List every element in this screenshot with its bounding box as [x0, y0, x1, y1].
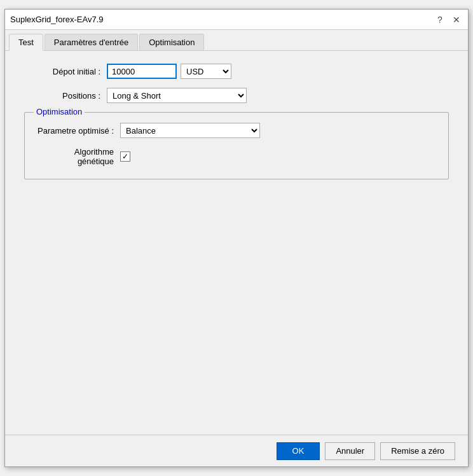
tab-test[interactable]: Test	[9, 34, 43, 51]
window-title: SuplexGrid_forex-EAv7.9	[10, 15, 103, 24]
remise-button[interactable]: Remise a zéro	[380, 442, 455, 460]
algo-row: Algorithme génétique ✓	[38, 147, 435, 166]
positions-label: Positions :	[24, 91, 107, 101]
algo-checkbox[interactable]: ✓	[120, 151, 130, 162]
help-button[interactable]: ?	[434, 13, 446, 26]
close-button[interactable]: ✕	[450, 13, 463, 26]
currency-select[interactable]: USD EUR GBP	[181, 64, 231, 79]
parametre-select[interactable]: Balance Profit Factor Expected Payoff Dr…	[120, 123, 260, 138]
annuler-button[interactable]: Annuler	[325, 442, 375, 460]
footer: OK Annuler Remise a zéro	[5, 435, 468, 466]
group-legend: Optimisation	[34, 107, 85, 116]
content-area: Dépot initial : USD EUR GBP Positions : …	[5, 51, 468, 435]
title-bar: SuplexGrid_forex-EAv7.9 ? ✕	[5, 10, 468, 30]
depot-input[interactable]	[107, 64, 177, 79]
positions-row: Positions : Long & Short Long only Short…	[24, 88, 449, 103]
depot-row: Dépot initial : USD EUR GBP	[24, 64, 449, 79]
positions-select[interactable]: Long & Short Long only Short only	[107, 88, 247, 103]
algo-label: Algorithme génétique	[38, 147, 120, 166]
tab-bar: Test Paramètres d'entrée Optimisation	[5, 30, 468, 51]
depot-label: Dépot initial :	[24, 67, 107, 76]
tab-optimisation[interactable]: Optimisation	[139, 34, 204, 50]
ok-button[interactable]: OK	[277, 442, 320, 460]
parametre-label: Parametre optimisé :	[38, 126, 120, 136]
title-bar-buttons: ? ✕	[434, 13, 463, 26]
optimisation-group: Optimisation Parametre optimisé : Balanc…	[24, 112, 449, 179]
parametre-row: Parametre optimisé : Balance Profit Fact…	[38, 123, 435, 138]
tab-parametres[interactable]: Paramètres d'entrée	[45, 34, 138, 50]
depot-input-group: USD EUR GBP	[107, 64, 231, 79]
main-window: SuplexGrid_forex-EAv7.9 ? ✕ Test Paramèt…	[4, 9, 469, 467]
